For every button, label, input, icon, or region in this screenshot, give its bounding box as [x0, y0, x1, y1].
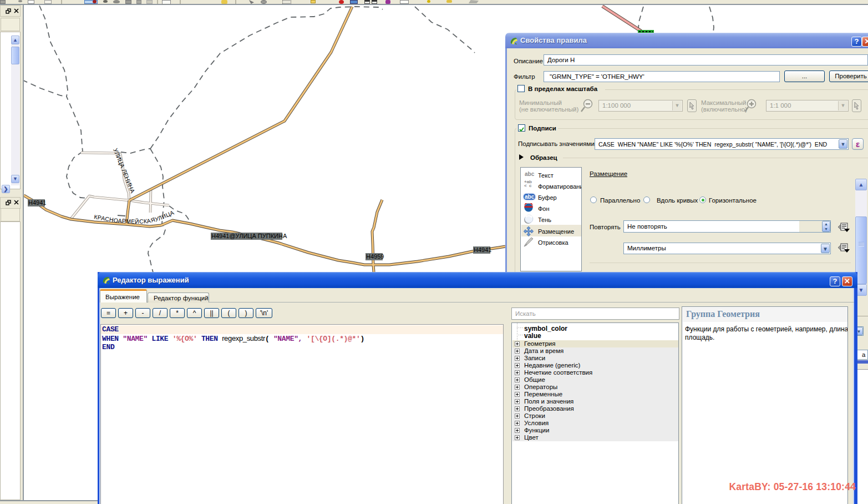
svg-text:УЛИЦА ЛЕНИНА: УЛИЦА ЛЕНИНА	[112, 147, 136, 194]
